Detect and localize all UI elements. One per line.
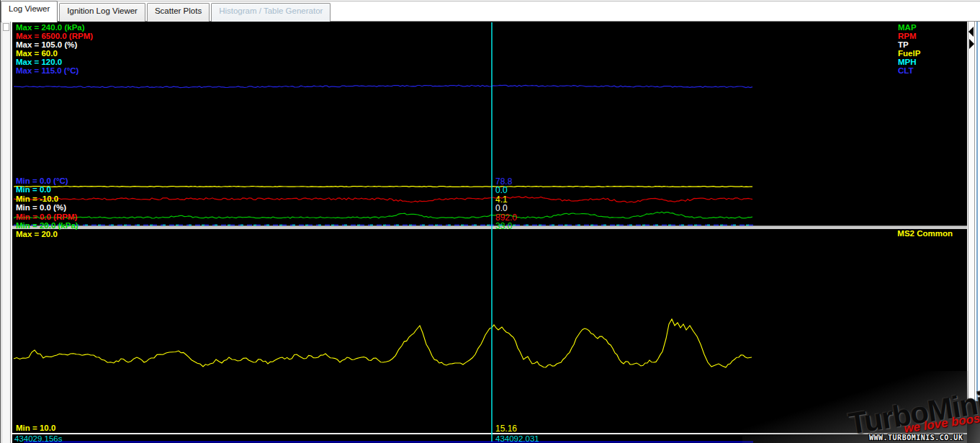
window-right-border [976,22,978,401]
tab-ignition-log-viewer[interactable]: Ignition Log Viewer [59,3,145,22]
watermark-corner-fill [967,401,980,443]
cursor-values: 78.8 0.0 4.1 0.0 892.0 33.0 [495,177,517,231]
right-splitter[interactable] [968,22,975,401]
left-splitter[interactable] [1,22,11,443]
min-label-tp: Min = 0.0 (%) [16,203,78,212]
max-labels: Max = 240.0 (kPa) Max = 6500.0 (RPM) Max… [16,23,93,76]
min-label-mph: Min = 0.0 [16,185,78,194]
timeline-cursor-time: 434092.031 [495,434,539,443]
lower-cursor-value: 15.16 [495,424,517,434]
min-label-clt: Min = 0.0 (°C) [16,176,78,185]
lower-pane-title: MS2 Common [897,229,953,238]
pane-divider[interactable] [12,225,967,229]
min-label-map: Min = 20.0 (kPa) [16,221,78,230]
legend-tp[interactable]: TP [898,40,920,49]
series-legend: MAP RPM TP FuelP MPH CLT [898,23,920,76]
legend-clt[interactable]: CLT [898,66,920,75]
expand-right-icon[interactable] [969,39,974,49]
cursor-value-mph: 0.0 [495,186,517,194]
tab-bar: Log Viewer Ignition Log Viewer Scatter P… [0,1,331,22]
min-label-rpm: Min = 0.0 (RPM) [16,212,78,221]
legend-rpm[interactable]: RPM [898,32,920,40]
legend-map[interactable]: MAP [898,23,920,32]
collapse-left-icon[interactable] [968,27,974,37]
splitter-handle-icon[interactable] [3,23,9,31]
timeline-start-time: 434029.156s [14,434,63,443]
lower-max-label: Max = 20.0 [16,230,58,238]
tab-histogram-table-generator: Histogram / Table Generator [211,3,331,22]
chart-canvas[interactable] [12,22,967,443]
cursor-value-map: 33.0 [495,222,517,231]
lower-min-label: Min = 10.0 [16,424,55,432]
max-label-rpm: Max = 6500.0 (RPM) [16,32,93,40]
lower-pane-bottom-border [12,433,967,434]
max-label-tp: Max = 105.0 (%) [16,40,93,49]
max-label-map: Max = 240.0 (kPa) [16,23,93,32]
min-labels: Min = 0.0 (°C) Min = 0.0 Min = -10.0 Min… [16,176,78,230]
legend-mph[interactable]: MPH [898,58,920,66]
max-label-clt: Max = 115.0 (°C) [16,66,93,75]
window-left-border [0,0,1,443]
max-label-mph: Max = 120.0 [16,58,93,66]
tab-scatter-plots[interactable]: Scatter Plots [147,3,210,22]
tab-log-viewer[interactable]: Log Viewer [1,1,58,22]
legend-fuelp[interactable]: FuelP [898,49,920,58]
cursor-value-tp: 0.0 [495,204,517,212]
max-label-fuelp: Max = 60.0 [16,49,93,58]
min-label-fuelp: Min = -10.0 [16,194,78,203]
